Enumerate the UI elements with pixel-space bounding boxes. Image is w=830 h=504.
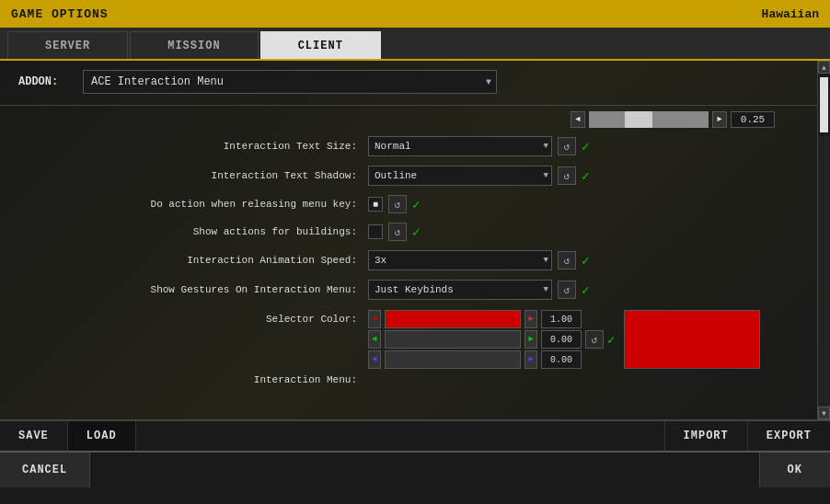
load-button[interactable]: LOAD [68,421,136,451]
color-blue-track [385,350,521,369]
setting-control-text-shadow: Outline ↺ ✓ [368,166,830,186]
setting-control-gestures: Just Keybinds ↺ ✓ [368,280,830,300]
gestures-reset[interactable]: ↺ [558,281,576,299]
color-green-right[interactable]: ► [525,330,537,349]
color-green-left[interactable]: ◄ [368,330,381,349]
color-blue-left[interactable]: ◄ [368,350,381,369]
action-bar: SAVE LOAD IMPORT EXPORT [0,419,830,451]
slider-row: ◄ ► 0.25 [0,108,830,132]
save-button[interactable]: SAVE [0,421,68,451]
setting-row-anim-speed: Interaction Animation Speed: 3x ↺ ✓ [0,246,830,275]
gestures-dropdown-wrapper[interactable]: Just Keybinds [368,280,552,300]
selector-color-section: Selector Color: ◄ ► 1.00 ◄ ► [0,304,830,372]
setting-label-buildings: Show actions for buildings: [0,226,368,237]
addon-row: ADDON: ACE Interaction Menu [0,61,830,103]
cancel-ok-bar: CANCEL OK [0,451,830,487]
setting-control-text-size: Normal ↺ ✓ [368,136,830,156]
slider-value: 0.25 [731,111,775,128]
setting-row-text-size: Interaction Text Size: Normal ↺ ✓ [0,132,830,161]
text-size-dropdown[interactable]: Normal [368,136,552,156]
buildings-check: ✓ [412,224,420,240]
slider-left-arrow[interactable]: ◄ [571,111,585,128]
gestures-dropdown[interactable]: Just Keybinds [368,280,552,300]
color-check: ✓ [607,332,615,348]
setting-label-text-size: Interaction Text Size: [0,141,368,152]
scroll-up-arrow[interactable]: ▲ [818,61,830,74]
text-shadow-reset[interactable]: ↺ [558,166,576,185]
addon-select-wrapper[interactable]: ACE Interaction Menu [83,70,497,94]
text-size-check: ✓ [582,139,589,155]
color-green-track [385,330,521,349]
tab-client[interactable]: CLIENT [260,31,381,59]
anim-speed-dropdown-wrapper[interactable]: 3x [368,250,552,270]
color-reset[interactable]: ↺ [585,330,604,349]
color-red-right[interactable]: ► [525,310,537,328]
color-row-green: ◄ ► 0.00 ↺ ✓ [368,330,615,349]
import-button[interactable]: IMPORT [664,421,747,451]
partial-row: Interaction Menu: [0,372,830,387]
scrollbar[interactable]: ▲ ▼ [817,61,830,419]
color-row-red: ◄ ► 1.00 [368,310,615,328]
ok-button[interactable]: OK [759,452,830,487]
color-red-swatch [385,310,521,328]
tab-mission[interactable]: MISSION [130,31,258,59]
slider-track[interactable] [589,111,709,128]
setting-label-anim-speed: Interaction Animation Speed: [0,255,368,266]
setting-row-gestures: Show Gestures On Interaction Menu: Just … [0,275,830,304]
setting-control-buildings: ↺ ✓ [368,223,830,241]
tab-server[interactable]: SERVER [7,31,128,59]
setting-row-release-key: Do action when releasing menu key: ↺ ✓ [0,190,830,218]
setting-control-anim-speed: 3x ↺ ✓ [368,250,830,270]
text-shadow-check: ✓ [582,168,589,184]
anim-speed-dropdown[interactable]: 3x [368,250,552,270]
main-content: ▲ ▼ ADDON: ACE Interaction Menu ◄ ► 0.25 [0,61,830,419]
gestures-check: ✓ [582,282,589,298]
setting-label-text-shadow: Interaction Text Shadow: [0,170,368,181]
divider-1 [0,105,830,106]
addon-label: ADDON: [18,75,74,88]
tabs-row: SERVER MISSION CLIENT [0,28,830,61]
color-row-blue: ◄ ► 0.00 [368,350,615,369]
title-bar: GAME OPTIONS Hawaiian [0,0,830,28]
color-large-preview [624,310,760,369]
setting-row-buildings: Show actions for buildings: ↺ ✓ [0,218,830,246]
profile-name: Hawaiian [762,7,819,21]
partial-label: Interaction Menu: [0,374,368,385]
setting-label-gestures: Show Gestures On Interaction Menu: [0,284,368,295]
text-size-dropdown-wrapper[interactable]: Normal [368,136,552,156]
scroll-track[interactable] [818,136,830,407]
selector-color-label: Selector Color: [0,308,368,369]
buildings-checkbox[interactable] [368,224,383,239]
content-inner: ADDON: ACE Interaction Menu ◄ ► 0.25 Int… [0,61,830,387]
color-blue-right[interactable]: ► [525,350,537,369]
color-green-value: 0.00 [541,330,582,349]
anim-speed-check: ✓ [582,253,589,269]
release-key-reset[interactable]: ↺ [388,195,407,213]
release-key-check: ✓ [412,197,420,212]
color-blue-value: 0.00 [541,350,582,369]
scroll-thumb[interactable] [820,77,828,132]
setting-row-text-shadow: Interaction Text Shadow: Outline ↺ ✓ [0,161,830,190]
text-shadow-dropdown[interactable]: Outline [368,166,552,186]
slider-right-arrow[interactable]: ► [712,111,727,128]
buildings-reset[interactable]: ↺ [388,223,407,241]
setting-label-release-key: Do action when releasing menu key: [0,199,368,210]
text-shadow-dropdown-wrapper[interactable]: Outline [368,166,552,186]
release-key-checkbox[interactable] [368,197,383,212]
setting-control-release-key: ↺ ✓ [368,195,830,213]
slider-thumb[interactable] [625,111,652,128]
text-size-reset[interactable]: ↺ [558,137,576,155]
anim-speed-reset[interactable]: ↺ [558,251,576,269]
color-red-value: 1.00 [541,310,582,328]
color-red-left[interactable]: ◄ [368,310,381,328]
export-button[interactable]: EXPORT [747,421,830,451]
app-title: GAME OPTIONS [11,7,109,21]
cancel-button[interactable]: CANCEL [0,452,90,487]
scroll-down-arrow[interactable]: ▼ [818,407,830,419]
addon-select[interactable]: ACE Interaction Menu [83,70,497,94]
